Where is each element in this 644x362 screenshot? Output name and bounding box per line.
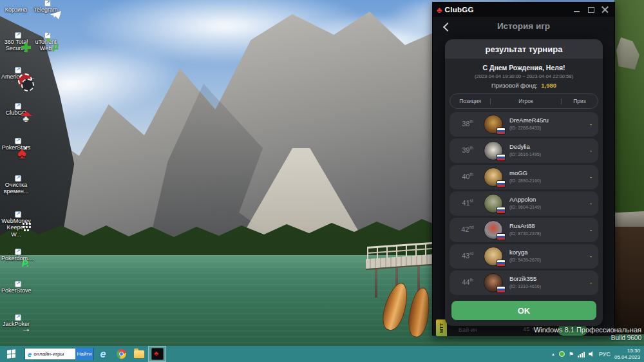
prize-value: - — [590, 280, 592, 286]
desktop-icon-webmoney[interactable]: WebMoney Keeper W... — [1, 216, 31, 238]
minimize-icon[interactable] — [573, 6, 581, 14]
network-signal-icon[interactable] — [578, 351, 585, 357]
desktop-icon-360-security[interactable]: 360 Total Security — [1, 37, 31, 52]
tray-clock[interactable]: 15:30 05.04.2023 — [614, 348, 640, 361]
player-name: RusArt88 — [509, 222, 535, 229]
table-header: Позиция Игрок Приз — [450, 93, 598, 109]
tray-date: 05.04.2023 — [614, 354, 640, 360]
icon-label: Telegram — [31, 6, 61, 13]
table-row[interactable]: 40th moGG (ID: 2890-2160) - — [450, 165, 598, 189]
prize-fund-label: Призовой фонд: — [491, 82, 538, 89]
desktop-icon-clubgg[interactable]: ClubGG — [1, 108, 31, 116]
position: 40th — [450, 172, 486, 180]
search-input[interactable] — [33, 351, 75, 357]
chrome-icon — [117, 349, 126, 359]
player-name: koryga — [509, 249, 528, 256]
tray-time: 15:30 — [627, 348, 640, 354]
icon-label: PokerStove — [1, 287, 31, 294]
flag-ru-icon — [497, 128, 506, 135]
ie-icon: e — [28, 350, 32, 358]
page-header: История игр — [433, 17, 614, 37]
desktop-icon-utorrent[interactable]: uTorrent Web — [31, 37, 61, 52]
table-row[interactable]: 43rd koryga (ID: 5439-2670) - — [450, 244, 598, 269]
desktop-icon-pokerstars[interactable]: ♠★ PokerStars — [1, 143, 31, 151]
window-title: ClubGG — [445, 6, 474, 14]
table-row[interactable]: 42nd RusArt88 (ID: 8730-2378) - — [450, 218, 598, 242]
player-id: (ID: 9604-3149) — [509, 205, 541, 209]
taskbar-app-internet-explorer[interactable]: e — [94, 346, 112, 362]
desktop-icon-telegram[interactable]: Telegram — [31, 5, 61, 13]
event-name: С Днем Рождения, Неля! — [445, 64, 603, 71]
screen: Корзина Telegram 360 Total Security uTor… — [0, 0, 644, 362]
flag-ru-icon — [497, 286, 506, 293]
volume-icon[interactable] — [589, 351, 595, 357]
table-row[interactable]: 39th Dedylia (ID: 2616-1495) - — [450, 138, 598, 163]
buyin-label: Бай-ин — [459, 327, 477, 333]
desktop-icon-americas-cardroom[interactable]: AmericasC... — [1, 72, 31, 80]
close-icon[interactable] — [601, 6, 609, 14]
flag-ru-icon — [497, 260, 506, 267]
player-id: (ID: 2268-6433) — [509, 126, 541, 130]
position: 42nd — [450, 225, 486, 233]
language-indicator[interactable]: РУС — [599, 351, 611, 357]
column-player: Игрок — [491, 98, 561, 104]
prize-value: - — [590, 253, 592, 260]
desktop-icon-pokerdom[interactable]: Pokerdom.... — [1, 254, 31, 262]
ok-button[interactable]: OK — [451, 301, 596, 320]
cabin — [612, 224, 644, 334]
icon-label: Очистка времен... — [1, 182, 31, 195]
results-list[interactable]: 38th DreAmeR45ru (ID: 2268-6433) - 39th … — [450, 112, 598, 297]
flag-ru-icon — [497, 233, 506, 240]
tray-chevron-up-icon[interactable]: ▲ — [551, 352, 555, 356]
page-title: История игр — [433, 21, 614, 31]
table-row[interactable]: 41st AAppolon (ID: 9604-3149) - — [450, 191, 598, 216]
taskbar: e Найти e ▲ ⚑ РУС 15:30 05.04.2023 — [0, 346, 644, 362]
player-name: Borzik355 — [509, 275, 536, 282]
dock-post — [375, 265, 377, 298]
clubgg-window: ♣ ClubGG История игр MTT Бай-ин 45 + 5 р… — [432, 2, 615, 336]
table-row[interactable]: 44th Borzik355 (ID: 1310-4616) - — [450, 271, 598, 295]
desktop-icon-recycle-bin[interactable]: Корзина — [1, 5, 31, 13]
column-position: Позиция — [450, 98, 490, 104]
windows-logo-icon — [7, 349, 15, 358]
desktop-icon-pokerstove[interactable]: PokerStove — [1, 286, 31, 294]
player-id: (ID: 2890-2160) — [509, 178, 541, 183]
player-id: (ID: 8730-2378) — [509, 231, 541, 236]
position: 44th — [450, 278, 486, 286]
player-name: moGG — [509, 169, 527, 176]
player-name: Dedylia — [509, 143, 530, 150]
column-prize: Приз — [562, 98, 598, 104]
desktop-icon-disk-cleanup[interactable]: Очистка времен... — [1, 180, 31, 195]
flag-ru-icon — [497, 154, 506, 161]
tournament-result-modal: результат турнира С Днем Рождения, Неля!… — [445, 39, 603, 326]
prize-fund-value: 1,980 — [541, 82, 556, 89]
start-button[interactable] — [0, 346, 22, 362]
desktop-icon-jackpoker[interactable]: JackPoker — [1, 319, 31, 327]
position: 41st — [450, 198, 486, 207]
modal-title: результат турнира — [445, 39, 603, 59]
icon-label: Корзина — [1, 6, 31, 13]
watermark-line1: Windows 8.1 Профессиональная — [534, 326, 641, 334]
flag-ru-icon — [497, 207, 506, 214]
player-name: AAppolon — [509, 196, 536, 203]
taskbar-search[interactable]: e Найти — [24, 348, 94, 360]
table-row[interactable]: 38th DreAmeR45ru (ID: 2268-6433) - — [450, 112, 598, 137]
player-id: (ID: 5439-2670) — [509, 258, 541, 262]
watermark-line2: Build 9600 — [534, 334, 641, 341]
position: 43rd — [450, 251, 486, 260]
file-explorer-icon — [134, 350, 144, 358]
system-tray: ▲ ⚑ РУС 15:30 05.04.2023 — [551, 346, 644, 362]
action-center-flag-icon[interactable]: ⚑ — [569, 351, 574, 357]
taskbar-app-file-explorer[interactable] — [130, 346, 148, 362]
maximize-icon[interactable] — [587, 6, 595, 14]
player-id: (ID: 2616-1495) — [509, 152, 541, 157]
prize-value: - — [590, 148, 592, 154]
window-titlebar[interactable]: ♣ ClubGG — [433, 3, 614, 17]
taskbar-app-chrome[interactable] — [112, 346, 130, 362]
tray-360-icon[interactable] — [559, 351, 565, 357]
clubgg-taskbar-icon — [151, 348, 164, 360]
prize-value: - — [590, 200, 592, 207]
taskbar-app-clubgg[interactable] — [148, 346, 166, 362]
search-button[interactable]: Найти — [75, 348, 93, 360]
icon-label: WebMoney Keeper W... — [1, 218, 31, 238]
